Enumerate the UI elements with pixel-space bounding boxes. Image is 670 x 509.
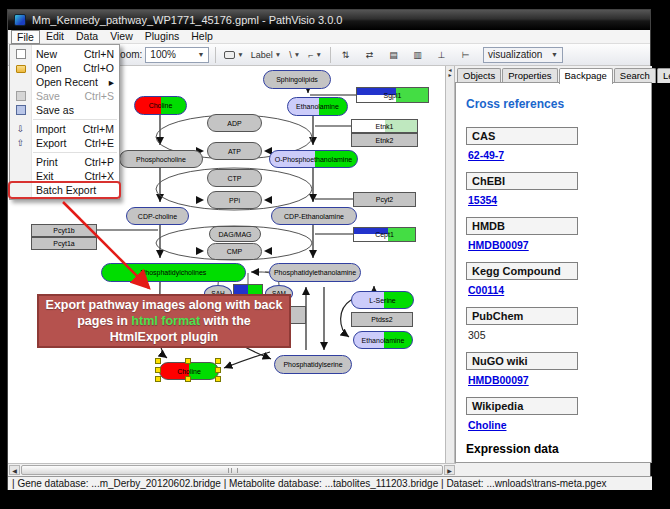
gene-node-pcyt1b[interactable]: Pcyt1b — [31, 224, 97, 237]
menu-item-label: Export — [36, 137, 66, 149]
menu-item-open-recent[interactable]: Open Recent▸ — [10, 75, 119, 89]
reference-id-link[interactable]: HMDB00097 — [468, 374, 651, 386]
menu-item-save[interactable]: SaveCtrl+S — [10, 89, 119, 103]
chevron-down-icon: ▼ — [545, 51, 558, 58]
selection-handle[interactable] — [215, 376, 221, 382]
connector-tool-button[interactable]: ⌐▼ — [306, 47, 324, 63]
stack-vertical-icon[interactable]: ▤ — [385, 47, 402, 63]
menu-item-exit[interactable]: ExitCtrl+X — [10, 169, 119, 183]
tab-properties[interactable]: Properties — [502, 68, 557, 83]
node-label: Choline — [177, 368, 201, 375]
gene-node-etnk1[interactable]: Etnk1 — [351, 119, 418, 133]
menu-item-label: Exit — [36, 170, 54, 182]
metabolite-node-phosphatidylcholines[interactable]: Phosphatidylcholines — [101, 263, 246, 282]
metabolite-node-phosphocholine[interactable]: Phosphocholine — [119, 150, 203, 168]
gene-node-sgpl1[interactable]: Sgpl1 — [356, 87, 429, 103]
tab-legend[interactable]: Legend — [657, 68, 670, 83]
node-label: ATP — [228, 148, 241, 155]
scroll-left-icon[interactable]: ◀ — [9, 465, 20, 475]
selection-handle[interactable] — [155, 376, 161, 382]
menu-item-batch-export[interactable]: Batch Export — [10, 183, 119, 197]
reference-id-link[interactable]: HMDB00097 — [468, 239, 651, 251]
metabolite-node-cmp[interactable]: CMP — [207, 243, 262, 260]
panel-splitter[interactable]: ◂▸ — [445, 66, 455, 463]
line-tool-button[interactable]: \▼ — [286, 47, 303, 63]
align-left-icon[interactable]: ⊢ — [457, 47, 474, 63]
visualization-combobox[interactable]: visualization ▼ — [483, 47, 563, 63]
statusbar: | Gene database: ...m_Derby_20120602.bri… — [8, 476, 652, 490]
reference-id-link[interactable]: C00114 — [468, 284, 651, 296]
metabolite-node-l-serine[interactable]: L-Serine — [351, 291, 414, 309]
node-label: Etnk2 — [376, 137, 394, 144]
menu-edit[interactable]: Edit — [40, 30, 70, 44]
metabolite-node-dag-mag[interactable]: DAG/MAG — [209, 226, 261, 242]
gene-node-pcyt2[interactable]: Pcyt2 — [353, 192, 416, 207]
metabolite-node-phosphatidylethanolamine[interactable]: Phosphatidylethanolamine — [269, 263, 361, 282]
selection-handle[interactable] — [215, 367, 221, 373]
gene-node-pcyt1a[interactable]: Pcyt1a — [31, 237, 97, 250]
metabolite-node-sphingolipids[interactable]: Sphingolipids — [263, 70, 331, 89]
horizontal-scrollbar[interactable]: ◀ ▶ — [8, 463, 456, 476]
reference-id-link[interactable]: Choline — [468, 419, 651, 431]
align-bottom-icon[interactable]: ⊥ — [433, 47, 450, 63]
metabolite-node-adp[interactable]: ADP — [207, 114, 262, 132]
node-label: Phosphocholine — [136, 156, 186, 163]
selection-handle[interactable] — [185, 376, 191, 382]
menu-data[interactable]: Data — [70, 30, 104, 44]
menu-item-new[interactable]: NewCtrl+N — [10, 47, 119, 61]
metabolite-node-ppi[interactable]: PPi — [207, 191, 262, 209]
stack-horizontal-icon[interactable]: ▥ — [409, 47, 426, 63]
node-label: CMP — [227, 248, 243, 255]
selection-handle[interactable] — [215, 358, 221, 364]
backpage-panel: Cross references CAS62-49-7ChEBI15354HMD… — [455, 82, 652, 463]
metabolite-node-atp[interactable]: ATP — [207, 142, 262, 160]
reference-group-cas: CAS62-49-7 — [466, 127, 651, 161]
reference-id-link[interactable]: 62-49-7 — [468, 149, 651, 161]
menu-item-import[interactable]: ⇩ImportCtrl+M — [10, 122, 119, 136]
metabolite-node-ethanolamine[interactable]: Ethanolamine — [353, 331, 413, 349]
scroll-right-icon[interactable]: ▶ — [444, 465, 455, 475]
menu-item-export[interactable]: ⇧ExportCtrl+E — [10, 136, 119, 150]
reference-id-link[interactable]: 15354 — [468, 194, 651, 206]
metabolite-node-phosphatidylserine[interactable]: Phosphatidylserine — [274, 355, 352, 374]
menu-item-save-as[interactable]: Save as — [10, 103, 119, 117]
align-center-horizontal-icon[interactable]: ⇄ — [361, 47, 378, 63]
node-label: Sgpl1 — [384, 92, 402, 99]
label-tool-button[interactable]: Label▼ — [249, 47, 283, 63]
scrollbar-thumb[interactable] — [21, 465, 443, 475]
node-label: Ethanolamine — [296, 103, 339, 110]
tab-objects[interactable]: Objects — [457, 68, 501, 83]
metabolite-node-cdp-ethanolamine[interactable]: CDP-Ethanolamine — [271, 207, 357, 225]
node-label: Etnk1 — [376, 123, 394, 130]
menu-item-print[interactable]: PrintCtrl+P — [10, 155, 119, 169]
menu-help[interactable]: Help — [185, 30, 219, 44]
datanode-tool-button[interactable]: ▼ — [222, 47, 245, 63]
menu-plugins[interactable]: Plugins — [139, 30, 185, 44]
chevron-down-icon: ▼ — [316, 51, 322, 58]
zoom-combobox[interactable]: 100% ▼ — [145, 47, 209, 63]
selection-handle[interactable] — [155, 358, 161, 364]
menu-file[interactable]: File — [11, 30, 40, 44]
export-icon: ⇧ — [10, 138, 31, 148]
gene-node-ptdss2[interactable]: Ptdss2 — [351, 312, 413, 327]
gene-node-cept1[interactable]: Cept1 — [353, 227, 416, 242]
node-label: Phosphatidylcholines — [141, 269, 207, 276]
align-center-vertical-icon[interactable]: ⇅ — [337, 47, 354, 63]
metabolite-node-ctp[interactable]: CTP — [207, 169, 262, 187]
selection-handle[interactable] — [155, 367, 161, 373]
node-label: Cept1 — [375, 231, 394, 238]
tab-backpage[interactable]: Backpage — [559, 68, 613, 84]
reference-database-header: Wikipedia — [466, 397, 578, 415]
menu-item-open[interactable]: OpenCtrl+O — [10, 61, 119, 75]
metabolite-node-o-phosphoethanolamine[interactable]: O-Phosphoethanolamine — [269, 150, 358, 168]
selection-handle[interactable] — [185, 358, 191, 364]
tab-search[interactable]: Search — [614, 68, 656, 83]
titlebar[interactable]: Mm_Kennedy_pathway_WP1771_45176.gpml - P… — [8, 10, 650, 30]
menu-view[interactable]: View — [104, 30, 139, 44]
metabolite-node-cdp-choline[interactable]: CDP-choline — [126, 207, 189, 225]
metabolite-node-choline[interactable]: Choline — [134, 96, 187, 115]
gene-node-etnk2[interactable]: Etnk2 — [351, 133, 418, 147]
reference-group-chebi: ChEBI15354 — [466, 172, 651, 206]
visualization-value: visualization — [488, 49, 542, 60]
metabolite-node-ethanolamine[interactable]: Ethanolamine — [287, 97, 348, 116]
